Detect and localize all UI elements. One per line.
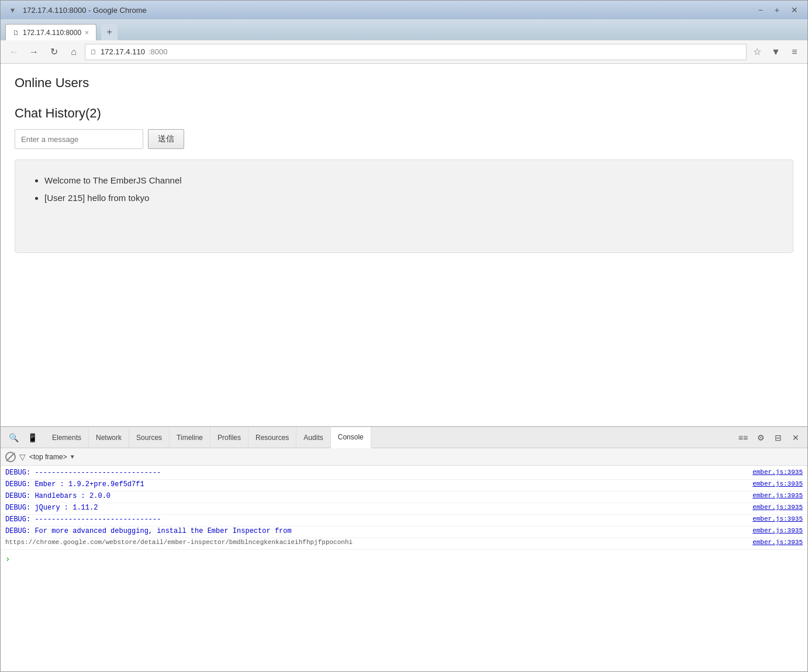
console-line-content: DEBUG: ------------------------------	[5, 515, 748, 524]
console-line-content: DEBUG: ------------------------------	[5, 469, 748, 477]
tab-profiles[interactable]: Profiles	[210, 427, 248, 448]
tab-timeline[interactable]: Timeline	[170, 427, 210, 448]
tab-network[interactable]: Network	[89, 427, 129, 448]
devtools-search-button[interactable]: 🔍	[5, 429, 22, 446]
console-line-content: DEBUG: Handlebars : 2.0.0	[5, 492, 748, 500]
tab-close-button[interactable]: ×	[85, 29, 89, 37]
devtools-settings-button[interactable]: ⚙	[754, 431, 768, 445]
main-content: Online Users Chat History(2) 送信 Welcome …	[1, 64, 807, 426]
send-button[interactable]: 送信	[148, 129, 184, 149]
devtools-cmd-button[interactable]: ≡≡	[736, 431, 750, 445]
console-line-file[interactable]: ember.js:3935	[752, 480, 803, 487]
console-line-url: https://chrome.google.com/webstore/detai…	[1, 538, 807, 550]
tab-bar: 🗋 172.17.4.110:8000 × +	[1, 19, 807, 40]
new-tab-button[interactable]: +	[101, 24, 118, 40]
console-line: DEBUG: Handlebars : 2.0.0 ember.js:3935	[1, 491, 807, 503]
console-line-file[interactable]: ember.js:3935	[752, 515, 803, 522]
address-port: :8000	[149, 47, 168, 56]
console-no-errors-icon	[5, 452, 16, 462]
message-list: Welcome to The EmberJS Channel [User 215…	[33, 172, 775, 207]
console-url-content: https://chrome.google.com/webstore/detai…	[5, 539, 748, 546]
console-prompt[interactable]: ›	[1, 550, 807, 569]
navigation-bar: ← → ↻ ⌂ 🗋 172.17.4.110 :8000 ☆ ▼ ≡	[1, 40, 807, 64]
console-frame-label: <top frame>	[29, 453, 67, 461]
pocket-icon: ▼	[771, 47, 781, 57]
console-line: DEBUG: jQuery : 1.11.2 ember.js:3935	[1, 503, 807, 515]
tab-favicon: 🗋	[13, 29, 19, 36]
chat-history-heading: Chat History(2)	[15, 106, 793, 121]
devtools-panel: 🔍 📱 Elements Network Sources Timeline Pr…	[1, 426, 807, 671]
drag-icon: ▾	[11, 5, 15, 15]
browser-tab[interactable]: 🗋 172.17.4.110:8000 ×	[5, 24, 96, 40]
console-line: DEBUG: ------------------------------ em…	[1, 468, 807, 480]
window-drag-handle[interactable]: ▾	[6, 4, 18, 16]
devtools-tab-bar: 🔍 📱 Elements Network Sources Timeline Pr…	[1, 427, 807, 448]
console-frame-arrow: ▼	[70, 453, 75, 460]
home-button[interactable]: ⌂	[65, 43, 82, 61]
tab-sources[interactable]: Sources	[129, 427, 170, 448]
online-users-heading: Online Users	[15, 75, 793, 91]
reload-icon: ↻	[50, 46, 58, 57]
console-line: DEBUG: For more advanced debugging, inst…	[1, 526, 807, 538]
home-icon: ⌂	[71, 47, 77, 57]
title-bar: ▾ 172.17.4.110:8000 - Google Chrome − + …	[1, 1, 807, 19]
window-title: 172.17.4.110:8000 - Google Chrome	[23, 6, 147, 15]
menu-button[interactable]: ≡	[786, 44, 803, 60]
message-input-row: 送信	[15, 129, 793, 149]
minimize-button[interactable]: −	[755, 4, 766, 16]
search-icon: 🔍	[9, 433, 19, 442]
pocket-button[interactable]: ▼	[768, 44, 784, 60]
console-line: DEBUG: ------------------------------ em…	[1, 515, 807, 526]
message-input[interactable]	[15, 129, 143, 149]
nav-actions: ☆ ▼ ≡	[749, 44, 803, 60]
console-line-file[interactable]: ember.js:3935	[752, 469, 803, 476]
address-page-icon: 🗋	[90, 48, 97, 56]
console-line-file[interactable]: ember.js:3935	[752, 527, 803, 534]
close-button[interactable]: ✕	[788, 4, 802, 16]
tab-label: 172.17.4.110:8000	[23, 29, 81, 37]
list-item: [User 215] hello from tokyo	[44, 189, 775, 207]
list-item: Welcome to The EmberJS Channel	[44, 172, 775, 189]
console-prompt-icon: ›	[5, 555, 10, 564]
console-frame-selector[interactable]: <top frame> ▼	[29, 453, 75, 461]
devtools-close-button[interactable]: ✕	[789, 431, 803, 445]
tab-console[interactable]: Console	[331, 427, 371, 448]
bookmark-icon: ☆	[753, 46, 761, 57]
tab-audits[interactable]: Audits	[296, 427, 330, 448]
console-line: DEBUG: Ember : 1.9.2+pre.9ef5d7f1 ember.…	[1, 480, 807, 491]
forward-icon: →	[29, 47, 39, 57]
bookmark-button[interactable]: ☆	[749, 44, 765, 60]
device-icon: 📱	[27, 433, 37, 442]
tab-elements[interactable]: Elements	[45, 427, 89, 448]
forward-button[interactable]: →	[25, 43, 43, 61]
chat-messages: Welcome to The EmberJS Channel [User 215…	[15, 160, 793, 253]
menu-icon: ≡	[792, 47, 797, 57]
console-line-content: DEBUG: For more advanced debugging, inst…	[5, 527, 748, 535]
address-bar[interactable]: 🗋 172.17.4.110 :8000	[85, 44, 747, 60]
console-filter-icon[interactable]: ▽	[19, 452, 26, 462]
browser-window: ▾ 172.17.4.110:8000 - Google Chrome − + …	[0, 0, 808, 672]
back-button[interactable]: ←	[5, 43, 23, 61]
console-line-file[interactable]: ember.js:3935	[752, 539, 803, 546]
tab-resources[interactable]: Resources	[248, 427, 296, 448]
console-output[interactable]: DEBUG: ------------------------------ em…	[1, 466, 807, 671]
devtools-device-button[interactable]: 📱	[24, 429, 40, 446]
address-host: 172.17.4.110	[101, 47, 145, 56]
reload-button[interactable]: ↻	[45, 43, 63, 61]
console-line-file[interactable]: ember.js:3935	[752, 492, 803, 499]
maximize-button[interactable]: +	[771, 4, 783, 16]
console-line-file[interactable]: ember.js:3935	[752, 504, 803, 511]
console-line-content: DEBUG: Ember : 1.9.2+pre.9ef5d7f1	[5, 480, 748, 489]
console-toolbar: ▽ <top frame> ▼	[1, 448, 807, 466]
back-icon: ←	[9, 47, 19, 57]
devtools-actions: ≡≡ ⚙ ⊟ ✕	[736, 431, 803, 445]
window-controls: − + ✕	[755, 4, 802, 16]
devtools-dock-button[interactable]: ⊟	[771, 431, 785, 445]
console-line-content: DEBUG: jQuery : 1.11.2	[5, 504, 748, 512]
